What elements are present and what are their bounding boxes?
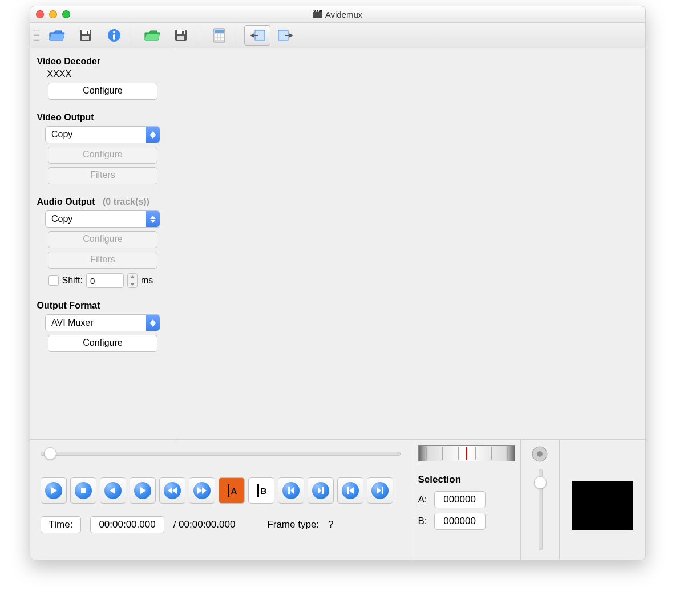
go-to-marker-a-button[interactable] [278, 477, 304, 504]
shift-stepper[interactable] [127, 273, 138, 288]
svg-marker-36 [150, 319, 156, 323]
svg-marker-34 [130, 275, 135, 278]
svg-point-55 [537, 451, 543, 457]
sidebar: Video Decoder XXXX Configure Video Outpu… [30, 48, 176, 439]
next-keyframe-button[interactable] [189, 477, 215, 504]
clapperboard-icon [313, 10, 322, 19]
shift-value-input[interactable]: 0 [86, 273, 124, 288]
chevron-up-down-icon [146, 127, 160, 143]
audio-output-title: Audio Output (0 track(s)) [37, 197, 169, 207]
svg-rect-18 [215, 34, 217, 37]
shift-unit-label: ms [141, 275, 153, 286]
chevron-up-down-icon [146, 315, 160, 331]
video-decoder-configure-button[interactable]: Configure [48, 83, 157, 100]
svg-rect-11 [113, 34, 115, 40]
go-to-end-button[interactable] [367, 477, 393, 504]
svg-marker-33 [150, 220, 156, 223]
bottom-panel: A B Time: 00:00:00.000 / 00:00:00.000 Fr… [30, 439, 645, 560]
info-button[interactable] [101, 25, 127, 46]
svg-marker-32 [150, 216, 156, 219]
go-to-start-button[interactable] [337, 477, 363, 504]
time-label: Time: [41, 516, 82, 533]
minimize-window-button[interactable] [49, 10, 57, 18]
svg-marker-52 [377, 487, 381, 494]
svg-marker-25 [250, 33, 254, 38]
audio-output-filters-button: Filters [48, 252, 157, 269]
video-output-section: Video Output Copy Configure Filters [37, 112, 169, 184]
set-marker-a-button[interactable]: A [219, 477, 245, 504]
shift-label: Shift: [62, 275, 83, 286]
calculator-button[interactable] [206, 25, 232, 46]
zoom-window-button[interactable] [62, 10, 70, 18]
mini-preview [572, 481, 633, 530]
svg-marker-42 [168, 487, 172, 494]
output-format-title: Output Format [37, 301, 169, 311]
save-file-button[interactable] [72, 25, 99, 46]
toolbar-grip[interactable] [34, 28, 39, 43]
svg-rect-29 [285, 35, 289, 36]
audio-output-section: Audio Output (0 track(s)) Copy Configure… [37, 197, 169, 288]
video-output-select-value: Copy [51, 129, 72, 140]
video-preview-area [176, 48, 645, 439]
video-decoder-section: Video Decoder XXXX Configure [37, 56, 169, 100]
volume-slider[interactable] [533, 469, 546, 554]
output-format-configure-button[interactable]: Configure [48, 335, 157, 352]
go-to-marker-b-button[interactable] [308, 477, 334, 504]
set-marker-b-button[interactable]: B [248, 477, 274, 504]
video-decoder-title: Video Decoder [37, 56, 169, 67]
prev-keyframe-button[interactable] [159, 477, 185, 504]
selection-a-value: 000000 [434, 491, 486, 508]
svg-rect-26 [254, 35, 258, 36]
prev-frame-button[interactable] [100, 477, 126, 504]
import-button[interactable] [244, 25, 270, 46]
output-format-section: Output Format AVI Muxer Configure [37, 301, 169, 352]
video-decoder-value: XXXX [47, 69, 169, 79]
chevron-up-down-icon [146, 211, 160, 227]
svg-rect-53 [382, 487, 383, 494]
svg-marker-37 [150, 323, 156, 327]
svg-marker-43 [172, 487, 177, 494]
video-output-filters-button: Filters [48, 167, 157, 184]
svg-rect-50 [347, 487, 349, 494]
jog-wheel[interactable] [418, 445, 515, 461]
video-output-select[interactable]: Copy [45, 126, 160, 143]
selection-a-label: A: [418, 494, 427, 505]
open-file-button[interactable] [44, 25, 70, 46]
window-title: Avidemux [30, 10, 645, 19]
project-open-button[interactable] [139, 25, 165, 46]
svg-marker-35 [130, 283, 135, 286]
svg-rect-21 [215, 38, 217, 40]
shift-checkbox[interactable] [48, 275, 59, 286]
close-window-button[interactable] [36, 10, 44, 18]
output-format-select[interactable]: AVI Muxer [45, 314, 160, 331]
stop-button[interactable] [70, 477, 96, 504]
audio-output-select[interactable]: Copy [45, 210, 160, 228]
output-format-select-value: AVI Muxer [51, 318, 94, 328]
svg-rect-14 [177, 36, 184, 40]
timeline-slider[interactable] [41, 447, 401, 459]
next-frame-button[interactable] [130, 477, 156, 504]
svg-rect-8 [87, 31, 88, 34]
video-output-title: Video Output [37, 112, 169, 123]
svg-marker-45 [202, 487, 207, 494]
svg-rect-22 [218, 38, 220, 40]
project-save-button[interactable] [168, 25, 194, 46]
svg-rect-0 [313, 12, 322, 18]
volume-thumb[interactable] [534, 476, 547, 489]
timeline-thumb[interactable] [44, 447, 56, 460]
export-button[interactable] [273, 25, 299, 46]
svg-marker-28 [289, 33, 293, 38]
selection-b-label: B: [418, 516, 427, 527]
svg-rect-49 [322, 487, 324, 494]
frame-type-value: ? [328, 519, 333, 530]
speaker-icon[interactable] [531, 445, 548, 463]
audio-output-configure-button: Configure [48, 231, 157, 248]
play-button[interactable] [41, 477, 67, 504]
volume-panel [520, 440, 559, 560]
svg-rect-20 [221, 34, 224, 37]
frame-type-label: Frame type: [267, 519, 319, 530]
audio-output-select-value: Copy [51, 214, 72, 224]
svg-rect-46 [288, 487, 290, 494]
svg-marker-30 [150, 131, 156, 135]
time-value[interactable]: 00:00:00.000 [90, 516, 164, 533]
